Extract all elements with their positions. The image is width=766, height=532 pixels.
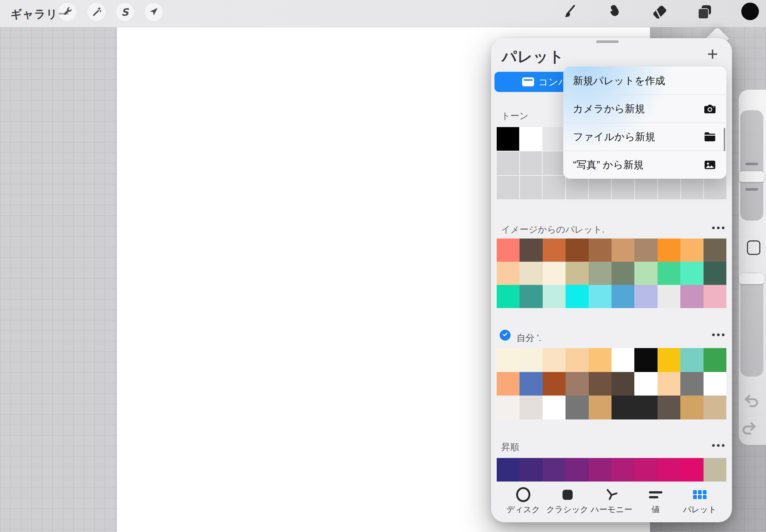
transform-button[interactable] — [145, 3, 163, 21]
color-swatch[interactable] — [497, 372, 520, 396]
brush-size-slider[interactable] — [740, 110, 763, 221]
color-swatch[interactable] — [566, 239, 588, 262]
color-swatch[interactable] — [634, 348, 657, 372]
color-swatch[interactable] — [520, 348, 542, 372]
color-swatch[interactable] — [634, 239, 657, 262]
add-palette-button[interactable]: + — [704, 45, 721, 63]
color-swatch[interactable] — [497, 239, 520, 262]
color-swatch[interactable] — [543, 239, 566, 262]
color-swatch[interactable] — [543, 348, 566, 372]
redo-button[interactable] — [742, 420, 759, 437]
color-swatch[interactable] — [704, 285, 726, 308]
color-swatch[interactable] — [589, 239, 612, 262]
color-swatch[interactable] — [612, 239, 634, 262]
color-swatch[interactable] — [612, 176, 634, 199]
color-swatch[interactable] — [497, 285, 520, 308]
color-swatch[interactable] — [520, 285, 542, 308]
color-swatch[interactable] — [589, 262, 612, 285]
color-swatch[interactable] — [566, 176, 588, 199]
color-swatch[interactable] — [520, 396, 542, 419]
color-swatch[interactable] — [520, 239, 542, 262]
color-swatch[interactable] — [520, 176, 542, 199]
color-swatch[interactable] — [589, 372, 612, 396]
color-swatch[interactable] — [704, 262, 726, 285]
color-swatch[interactable] — [543, 396, 566, 419]
tab-harmony[interactable]: ハーモニー — [592, 488, 631, 522]
color-swatch[interactable] — [566, 285, 588, 308]
eraser-tool-button[interactable] — [652, 4, 668, 20]
color-swatch[interactable] — [543, 285, 566, 308]
tab-disk[interactable]: ディスク — [504, 488, 543, 522]
color-swatch[interactable] — [520, 127, 542, 151]
opacity-handle[interactable] — [739, 273, 765, 284]
color-swatch[interactable] — [704, 348, 726, 372]
color-swatch[interactable] — [497, 458, 520, 482]
color-swatch[interactable] — [680, 239, 703, 262]
menu-item-new-from-camera[interactable]: カメラから新規 — [563, 95, 726, 123]
color-swatch[interactable] — [497, 151, 519, 175]
color-swatch[interactable] — [612, 372, 634, 396]
color-swatch[interactable] — [566, 396, 588, 419]
color-swatch[interactable] — [566, 348, 588, 372]
layers-button[interactable] — [696, 4, 713, 20]
default-palette-check[interactable] — [500, 330, 511, 341]
color-swatch[interactable] — [634, 458, 657, 482]
color-swatch[interactable] — [658, 348, 680, 372]
color-swatch[interactable] — [566, 458, 588, 482]
color-swatch[interactable] — [634, 396, 657, 419]
color-swatch[interactable] — [704, 458, 726, 482]
color-swatch[interactable] — [680, 262, 703, 285]
brush-size-handle[interactable] — [739, 171, 765, 182]
color-swatch[interactable] — [543, 151, 565, 175]
actions-button[interactable] — [58, 3, 76, 21]
image-palette-options-button[interactable] — [712, 227, 724, 229]
color-swatch[interactable] — [658, 262, 680, 285]
color-swatch[interactable] — [497, 348, 520, 372]
menu-item-new-from-photos[interactable]: “写真” から新規 — [563, 151, 726, 179]
color-swatch[interactable] — [497, 127, 519, 151]
panel-drag-handle[interactable] — [596, 40, 619, 43]
paint-tool-button[interactable] — [560, 4, 577, 20]
color-swatch[interactable] — [635, 176, 658, 199]
own-palette-options-button[interactable] — [712, 333, 724, 336]
color-swatch[interactable] — [566, 262, 588, 285]
selection-button[interactable]: S — [116, 3, 134, 21]
color-swatch[interactable] — [497, 176, 519, 199]
color-swatch[interactable] — [704, 372, 726, 396]
color-swatch[interactable] — [634, 262, 657, 285]
color-swatch[interactable] — [612, 458, 634, 482]
color-swatch[interactable] — [520, 372, 542, 396]
color-swatch[interactable] — [543, 176, 565, 199]
color-swatch[interactable] — [680, 348, 703, 372]
color-swatch[interactable] — [520, 262, 542, 285]
color-swatch[interactable] — [589, 396, 612, 419]
color-swatch[interactable] — [520, 151, 542, 175]
adjustments-button[interactable] — [88, 3, 105, 21]
color-swatch[interactable] — [520, 458, 542, 482]
color-swatch[interactable] — [589, 458, 612, 482]
color-swatch[interactable] — [658, 458, 680, 482]
color-swatch[interactable] — [612, 396, 634, 419]
menu-item-new-palette[interactable]: 新規パレットを作成 — [563, 67, 726, 95]
color-swatch[interactable] — [497, 396, 520, 419]
color-swatch[interactable] — [658, 239, 680, 262]
opacity-slider[interactable] — [740, 273, 763, 376]
color-swatch[interactable] — [634, 285, 657, 308]
color-swatch[interactable] — [658, 176, 680, 199]
ascending-options-button[interactable] — [712, 444, 724, 447]
undo-button[interactable] — [742, 393, 759, 409]
color-swatch[interactable] — [497, 262, 520, 285]
color-swatch[interactable] — [566, 372, 588, 396]
smudge-tool-button[interactable] — [605, 4, 622, 20]
color-swatch[interactable] — [543, 372, 566, 396]
tab-value[interactable]: 値 — [636, 488, 675, 522]
color-swatch[interactable] — [680, 396, 703, 419]
menu-item-new-from-file[interactable]: ファイルから新規 — [563, 123, 726, 151]
tab-palettes[interactable]: パレット — [680, 488, 719, 522]
color-swatch[interactable] — [704, 239, 726, 262]
tab-classic[interactable]: クラシック — [548, 488, 587, 522]
menu-scrollbar[interactable] — [724, 128, 725, 151]
color-swatch[interactable] — [658, 396, 680, 419]
color-swatch[interactable] — [681, 176, 704, 199]
color-swatch[interactable] — [543, 262, 566, 285]
